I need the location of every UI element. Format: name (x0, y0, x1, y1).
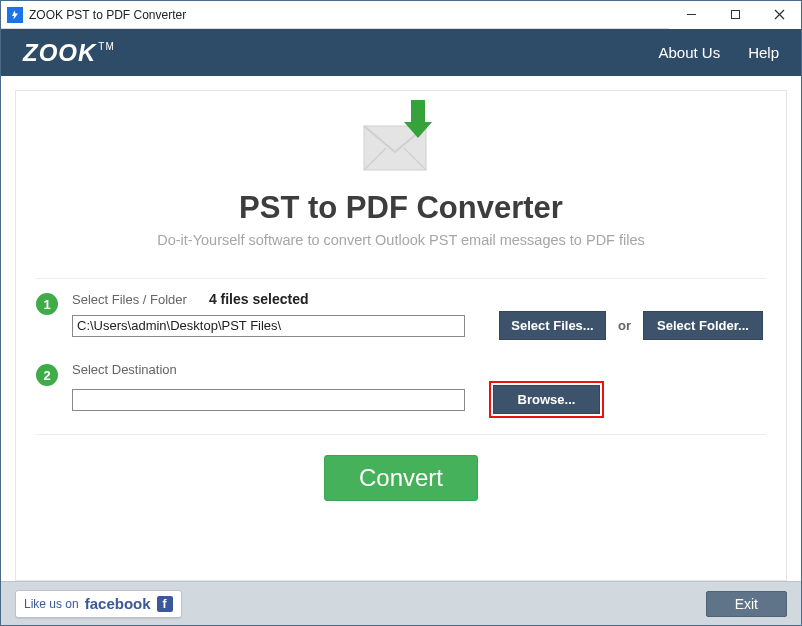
page-title: PST to PDF Converter (36, 190, 766, 226)
close-button[interactable] (757, 1, 801, 29)
convert-row: Convert (36, 435, 766, 505)
window-title: ZOOK PST to PDF Converter (29, 8, 186, 22)
svg-rect-6 (411, 100, 425, 122)
window-titlebar: ZOOK PST to PDF Converter (1, 1, 801, 29)
browse-highlight: Browse... (489, 381, 604, 418)
page-subtitle: Do-it-Yourself software to convert Outlo… (36, 232, 766, 248)
facebook-icon: f (157, 596, 173, 612)
envelope-download-icon (356, 103, 446, 178)
minimize-button[interactable] (669, 1, 713, 29)
maximize-button[interactable] (713, 1, 757, 29)
step-1-label: Select Files / Folder (72, 292, 187, 307)
divider (36, 278, 766, 279)
help-link[interactable]: Help (748, 44, 779, 61)
hero: PST to PDF Converter Do-it-Yourself soft… (36, 103, 766, 248)
facebook-brand: facebook (85, 595, 151, 612)
step-2-row: 2 Select Destination Browse... (36, 358, 766, 426)
svg-rect-2 (731, 11, 739, 19)
or-label: or (618, 318, 631, 333)
step-1-badge: 1 (36, 293, 58, 315)
files-selected-count: 4 files selected (209, 291, 309, 307)
app-icon (7, 7, 23, 23)
facebook-prefix: Like us on (24, 597, 79, 611)
convert-button[interactable]: Convert (324, 455, 478, 501)
facebook-button[interactable]: Like us on facebook f (15, 590, 182, 618)
browse-button[interactable]: Browse... (493, 385, 600, 414)
window-controls (669, 1, 801, 29)
brand-logo-text: ZOOK (23, 39, 96, 66)
brand-logo: ZOOKTM (23, 39, 115, 67)
destination-path-input[interactable] (72, 389, 465, 411)
content-area: PST to PDF Converter Do-it-Yourself soft… (1, 76, 801, 581)
source-path-input[interactable] (72, 315, 465, 337)
about-us-link[interactable]: About Us (658, 44, 720, 61)
step-2-badge: 2 (36, 364, 58, 386)
trademark: TM (98, 41, 114, 52)
step-1-row: 1 Select Files / Folder 4 files selected… (36, 287, 766, 348)
select-folder-button[interactable]: Select Folder... (643, 311, 763, 340)
footer: Like us on facebook f Exit (1, 581, 801, 625)
main-panel: PST to PDF Converter Do-it-Yourself soft… (15, 90, 787, 581)
exit-button[interactable]: Exit (706, 591, 787, 617)
header-nav: About Us Help (658, 44, 779, 61)
select-files-button[interactable]: Select Files... (499, 311, 606, 340)
step-2-label: Select Destination (72, 362, 177, 377)
app-header: ZOOKTM About Us Help (1, 29, 801, 76)
